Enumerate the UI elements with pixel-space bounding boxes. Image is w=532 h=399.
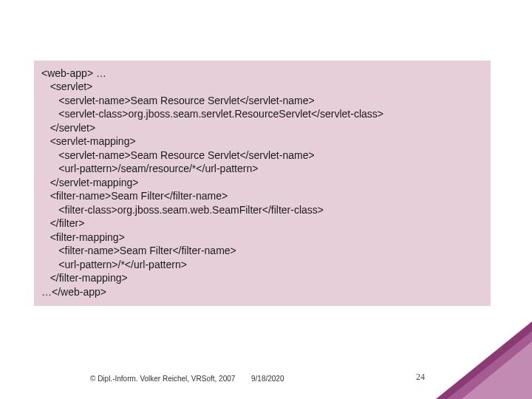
copyright-text: © Dipl.-Inform. Volker Reichel, VRSoft, … [90, 375, 235, 383]
code-line: <servlet> [41, 81, 92, 92]
code-line: …</web-app> [41, 286, 106, 298]
slide: <web-app> … <servlet> <servlet-name>Seam… [0, 0, 532, 399]
code-line: <filter-name>Seam Filter</filter-name> [41, 245, 236, 256]
page-number: 24 [416, 372, 425, 383]
code-line: <servlet-name>Seam Resource Servlet</ser… [41, 149, 315, 161]
code-line: </filter> [41, 217, 84, 229]
code-line: <servlet-class>org.jboss.seam.servlet.Re… [41, 108, 383, 120]
code-line: <servlet-name>Seam Resource Servlet</ser… [41, 95, 315, 106]
slide-date: 9/18/2020 [251, 375, 284, 383]
code-line: <filter-name>Seam Filter</filter-name> [41, 190, 228, 202]
code-line: <servlet-mapping> [41, 135, 136, 147]
code-line: </servlet> [41, 122, 95, 134]
corner-decoration [462, 341, 532, 399]
code-line: <filter-class>org.jboss.seam.web.SeamFil… [41, 204, 324, 216]
code-line: </servlet-mapping> [41, 177, 139, 188]
code-line: </filter-mapping> [41, 272, 128, 284]
code-block: <web-app> … <servlet> <servlet-name>Seam… [34, 61, 491, 306]
code-line: <web-app> … [41, 67, 106, 79]
code-line: <url-pattern>/seam/resource/*</url-patte… [41, 163, 258, 174]
code-line: <url-pattern>/*</url-pattern> [41, 259, 187, 270]
code-line: <filter-mapping> [41, 231, 125, 243]
